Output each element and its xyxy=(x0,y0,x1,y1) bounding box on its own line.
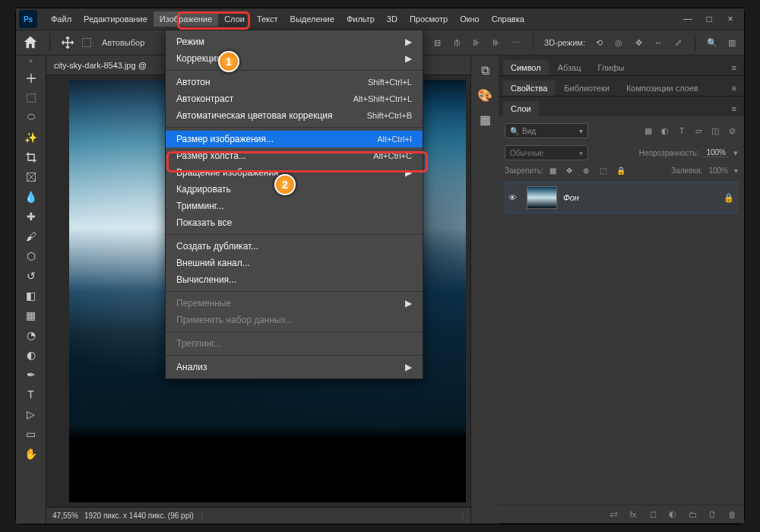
toolbox-expand-icon[interactable]: » xyxy=(29,57,33,65)
menu-3d[interactable]: 3D xyxy=(381,11,404,27)
adjustment-layer-icon[interactable]: ◐ xyxy=(667,508,679,521)
3d-slide-icon[interactable]: ↔ xyxy=(652,36,664,49)
menu-item-внешний-канал-[interactable]: Внешний канал... xyxy=(166,255,423,271)
filter-toggle-icon[interactable]: ⊘ xyxy=(726,125,738,137)
align-icon-3[interactable]: ⊪ xyxy=(470,36,483,49)
menu-item-автоматическая-цветовая-коррекция[interactable]: Автоматическая цветовая коррекцияShift+C… xyxy=(166,107,423,124)
3d-roll-icon[interactable]: ◎ xyxy=(613,36,625,49)
new-layer-icon[interactable]: 🗋 xyxy=(706,508,718,521)
swatches-panel-icon[interactable]: ▦ xyxy=(477,112,492,127)
frame-tool[interactable] xyxy=(21,168,41,186)
layer-name[interactable]: Фон xyxy=(563,193,717,202)
close-button[interactable]: × xyxy=(720,14,741,24)
filter-shape-icon[interactable]: ▱ xyxy=(692,125,705,137)
blur-tool[interactable]: ◔ xyxy=(21,326,41,344)
status-left-icon[interactable]: 〈 xyxy=(457,511,464,521)
lock-all-icon[interactable]: 🔒 xyxy=(616,166,627,175)
layer-mask-icon[interactable]: ◻ xyxy=(647,508,659,521)
menu-item-автотон[interactable]: АвтотонShift+Ctrl+L xyxy=(166,74,423,90)
align-icon-2[interactable]: ⫛ xyxy=(451,36,463,49)
gradient-tool[interactable]: ▦ xyxy=(21,306,41,325)
layer-thumbnail[interactable] xyxy=(527,186,557,209)
menu-item-анализ[interactable]: Анализ▶ xyxy=(166,359,423,375)
color-panel-icon[interactable]: 🎨 xyxy=(477,87,492,103)
align-icon-1[interactable]: ⊟ xyxy=(431,36,443,49)
healing-tool[interactable]: ✚ xyxy=(21,207,41,226)
menu-layer[interactable]: Слои xyxy=(218,11,251,27)
lock-nested-icon[interactable]: ⊕ xyxy=(583,166,594,175)
tab-layers[interactable]: Слои xyxy=(503,101,539,116)
lock-position-icon[interactable]: ✥ xyxy=(566,166,577,175)
filter-smart-icon[interactable]: ◫ xyxy=(709,125,721,137)
wand-tool[interactable]: ✨ xyxy=(21,128,41,147)
workspace-icon[interactable]: ▥ xyxy=(726,36,738,49)
history-brush-tool[interactable]: ↺ xyxy=(21,267,41,285)
more-icon[interactable]: ⋯ xyxy=(510,36,522,49)
3d-orbit-icon[interactable]: ⟲ xyxy=(593,36,605,49)
lasso-tool[interactable] xyxy=(21,109,41,127)
maximize-button[interactable]: □ xyxy=(698,14,720,24)
home-icon[interactable] xyxy=(22,34,39,51)
menu-help[interactable]: Справка xyxy=(486,11,530,27)
panel-menu-icon[interactable]: ≡ xyxy=(729,60,739,75)
tab-layer-comps[interactable]: Композиции слоев xyxy=(619,81,706,96)
menu-file[interactable]: Файл xyxy=(45,11,78,27)
history-panel-icon[interactable]: ⧉ xyxy=(477,63,492,78)
tab-character[interactable]: Символ xyxy=(503,60,549,75)
menu-image[interactable]: Изображение xyxy=(154,11,218,27)
panel-menu-icon-2[interactable]: ≡ xyxy=(729,81,739,96)
shape-tool[interactable]: ▭ xyxy=(21,425,41,443)
3d-scale-icon[interactable]: ⤢ xyxy=(672,36,684,49)
eraser-tool[interactable]: ◧ xyxy=(21,287,41,305)
menu-item-показать-все[interactable]: Показать все xyxy=(166,214,423,231)
align-icon-4[interactable]: ⊪ xyxy=(490,36,502,49)
stamp-tool[interactable]: ⬡ xyxy=(21,247,41,265)
menu-view[interactable]: Просмотр xyxy=(404,11,454,27)
delete-layer-icon[interactable]: 🗑 xyxy=(726,508,738,521)
pen-tool[interactable]: ✒ xyxy=(21,366,41,384)
auto-select-checkbox[interactable] xyxy=(82,38,91,47)
lock-artboard-icon[interactable]: ⬚ xyxy=(600,166,610,175)
visibility-icon[interactable]: 👁 xyxy=(508,193,521,202)
menu-window[interactable]: Окно xyxy=(454,11,486,27)
tab-paragraph[interactable]: Абзац xyxy=(550,60,589,75)
group-icon[interactable]: 🗀 xyxy=(686,508,698,521)
lock-icon[interactable]: 🔒 xyxy=(724,193,734,203)
menu-type[interactable]: Текст xyxy=(251,11,284,27)
tab-libraries[interactable]: Библиотеки xyxy=(556,81,617,96)
menu-item-коррекция[interactable]: Коррекция▶ xyxy=(166,50,423,67)
blend-mode-dropdown[interactable]: Обычные ▾ xyxy=(505,145,588,160)
brush-tool[interactable]: 🖌 xyxy=(21,227,41,245)
type-tool[interactable]: T xyxy=(21,385,41,404)
hand-tool[interactable]: ✋ xyxy=(21,445,41,463)
dodge-tool[interactable]: ◐ xyxy=(21,346,41,364)
link-layers-icon[interactable]: ⮂ xyxy=(607,508,619,521)
tab-properties[interactable]: Свойства xyxy=(503,81,555,96)
menu-item-размер-холста-[interactable]: Размер холста...Alt+Ctrl+C xyxy=(166,147,423,164)
layer-row[interactable]: 👁 Фон 🔒 xyxy=(505,182,738,214)
filter-adjust-icon[interactable]: ◐ xyxy=(659,125,671,137)
fill-value[interactable]: 100% xyxy=(708,166,728,175)
move-tool[interactable] xyxy=(21,69,41,87)
menu-item-создать-дубликат-[interactable]: Создать дубликат... xyxy=(166,238,423,255)
layer-filter-dropdown[interactable]: 🔍 Вид ▾ xyxy=(505,123,588,138)
menu-item-тримминг-[interactable]: Тримминг... xyxy=(166,198,423,214)
panel-menu-icon-3[interactable]: ≡ xyxy=(729,101,739,116)
3d-pan-icon[interactable]: ✥ xyxy=(632,36,644,49)
path-tool[interactable]: ▷ xyxy=(21,405,41,423)
filter-pixel-icon[interactable]: ▦ xyxy=(642,125,654,137)
menu-item-размер-изображения-[interactable]: Размер изображения...Alt+Ctrl+I xyxy=(166,131,423,147)
crop-tool[interactable] xyxy=(21,148,41,166)
opacity-value[interactable]: 100% xyxy=(703,148,729,157)
eyedropper-tool[interactable]: 💧 xyxy=(21,188,41,206)
menu-item-режим[interactable]: Режим▶ xyxy=(166,33,423,50)
menu-edit[interactable]: Редактирование xyxy=(78,11,154,27)
menu-item-вращение-изображения[interactable]: Вращение изображения▶ xyxy=(166,164,423,181)
menu-item-вычисления-[interactable]: Вычисления... xyxy=(166,271,423,288)
filter-type-icon[interactable]: T xyxy=(676,125,688,137)
menu-item-автоконтраст[interactable]: АвтоконтрастAlt+Shift+Ctrl+L xyxy=(166,90,423,107)
lock-pixels-icon[interactable]: ▦ xyxy=(549,166,560,175)
zoom-value[interactable]: 47,55% xyxy=(52,511,78,520)
menu-select[interactable]: Выделение xyxy=(284,11,340,27)
tab-glyphs[interactable]: Глифы xyxy=(591,60,632,75)
